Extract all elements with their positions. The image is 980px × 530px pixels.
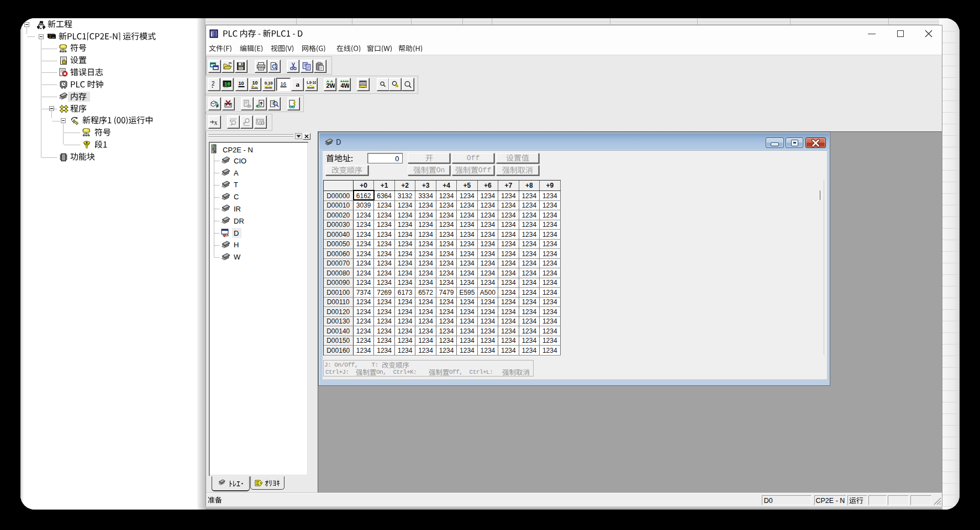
svg-text:16: 16: [280, 81, 286, 87]
svg-text:2W: 2W: [326, 82, 335, 89]
svg-text:x: x: [214, 119, 218, 126]
svg-text:4W: 4W: [340, 82, 349, 89]
svg-text:0.10: 0.10: [265, 81, 273, 86]
svg-text:a: a: [296, 80, 299, 88]
svg-text:0·10: 0·10: [309, 81, 316, 84]
svg-text:2: 2: [212, 81, 215, 87]
svg-text:10: 10: [252, 80, 258, 86]
svg-text:10: 10: [239, 81, 244, 86]
svg-text:10: 10: [224, 82, 230, 87]
